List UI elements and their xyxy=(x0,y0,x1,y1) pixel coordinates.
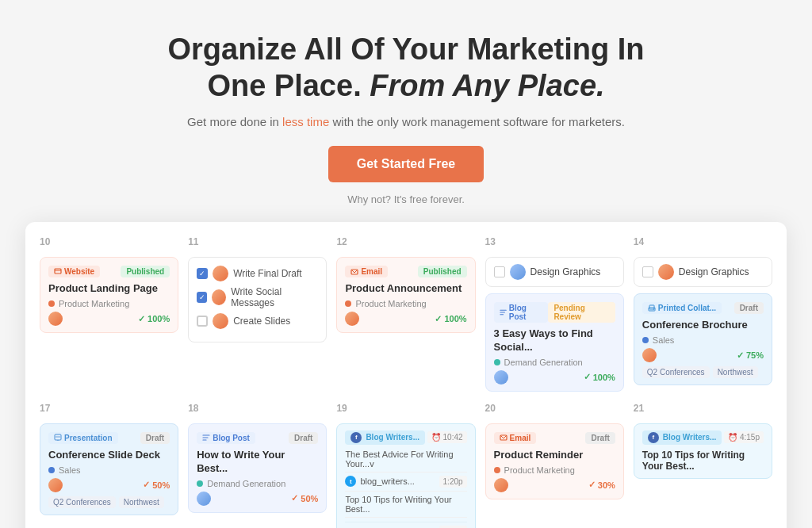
col-17: 17 Presentation Draft Conference Slide D… xyxy=(40,403,178,528)
card-title-6: How to Write Your Best... xyxy=(197,449,318,476)
col-12: 12 Email Published Product Announcement … xyxy=(336,236,475,392)
avatar-checklist-3 xyxy=(213,313,228,329)
avatar-whitney-5 xyxy=(494,478,508,492)
sub-text-3: Top 10 Tips for Writing Your Best... xyxy=(345,495,466,514)
col-19: 19 f Blog Writers... ⏰ 10:42 The Best Ad… xyxy=(336,403,475,528)
avatar-leah-3 xyxy=(197,492,211,506)
avatar-checklist-1 xyxy=(213,266,228,281)
progress-2: ✓ 100% xyxy=(435,314,466,324)
time-4-15p: ⏰ 4:15p xyxy=(724,431,764,443)
card-blog-writers: f Blog Writers... ⏰ 10:42 The Best Advic… xyxy=(336,423,475,528)
col-13: 13 Design Graphics Blog Post Pending Rev… xyxy=(485,236,624,392)
progress-7: ✓ 30% xyxy=(588,480,615,490)
status-draft-2: Draft xyxy=(140,432,170,444)
blog-sub-1: The Best Advice For Writing Your...v xyxy=(345,450,466,473)
progress: ✓ 100% xyxy=(138,314,170,324)
col-num-17: 17 xyxy=(40,403,178,414)
task-title: Design Graphics xyxy=(530,266,601,277)
badge-blogpost-2: Blog Post xyxy=(197,432,255,444)
col-num-11: 11 xyxy=(188,236,327,247)
progress-4: ✓ 75% xyxy=(737,350,764,361)
avatar-whitney-4 xyxy=(48,478,63,492)
card-design-graphics-14: Design Graphics xyxy=(634,257,772,287)
col-21: 21 f Blog Writers... ⏰ 4:15p Top 10 Tips… xyxy=(634,403,772,528)
avatar-whitney-3 xyxy=(642,348,657,362)
progress-6: ✓ 50% xyxy=(291,493,318,503)
category: Product Marketing xyxy=(59,299,129,308)
checklist-text-1: Write Final Draft xyxy=(233,268,301,279)
dot-teal-2 xyxy=(197,480,203,487)
subtext: Get more done in less time with the only… xyxy=(16,115,796,128)
checkbox-task[interactable] xyxy=(494,266,505,277)
tags-2: Q2 Conferences Northwest xyxy=(48,496,170,508)
checkbox-1[interactable]: ✓ xyxy=(197,268,208,279)
tag-nw-2: Northwest xyxy=(119,496,164,508)
checkbox-task-2[interactable] xyxy=(642,266,653,277)
card-title-4: Conference Brochure xyxy=(642,319,764,332)
cta-button[interactable]: Get Started Free xyxy=(328,146,484,182)
status-draft: Draft xyxy=(734,302,764,314)
category-5: Sales xyxy=(59,465,81,475)
avatar-whitney xyxy=(48,312,63,326)
card-how-to-write: Blog Post Draft How to Write Your Best..… xyxy=(188,423,327,513)
checklist-item-2: ✓ Write Social Messages xyxy=(197,286,318,308)
card-product-announcement: Email Published Product Announcement Pro… xyxy=(336,257,475,333)
progress-5: ✓ 50% xyxy=(143,480,170,490)
svg-rect-0 xyxy=(55,269,61,274)
col-20: 20 Email Draft Product Reminder Product … xyxy=(485,403,624,528)
status-draft-3: Draft xyxy=(289,432,318,444)
checklist-text-3: Create Slides xyxy=(233,316,290,327)
col-num-20: 20 xyxy=(485,403,624,414)
avatar-checklist-2 xyxy=(212,289,226,305)
col-num-10: 10 xyxy=(40,236,178,247)
sub-text-1: The Best Advice For Writing Your...v xyxy=(345,450,466,469)
col-18: 18 Blog Post Draft How to Write Your Bes… xyxy=(188,403,327,528)
badge-blogpost: Blog Post xyxy=(494,302,549,323)
sub-text-2: blog_writers... xyxy=(360,476,435,486)
badge-blogwriters: f Blog Writers... xyxy=(345,430,425,445)
card-title-7: Product Reminder xyxy=(494,449,615,462)
checklist-item-1: ✓ Write Final Draft xyxy=(197,266,318,281)
dot-blue-2 xyxy=(48,467,55,473)
fb-icon: f xyxy=(350,432,362,443)
card-blog-3easy: Blog Post Pending Review 3 Easy Ways to … xyxy=(485,293,624,392)
checkbox-3[interactable] xyxy=(197,316,208,327)
checkbox-2[interactable]: ✓ xyxy=(197,292,207,303)
status-published-2: Published xyxy=(418,266,467,277)
status-published: Published xyxy=(121,266,170,277)
card-design-graphics-13: Design Graphics xyxy=(485,257,624,287)
tag-q2-2: Q2 Conferences xyxy=(48,496,116,508)
card-slide-deck: Presentation Draft Conference Slide Deck… xyxy=(40,423,178,515)
board-row-2: 17 Presentation Draft Conference Slide D… xyxy=(40,403,772,528)
badge-presentation: Presentation xyxy=(48,432,118,444)
free-note: Why not? It's free forever. xyxy=(347,193,465,205)
col-14: 14 Design Graphics Printed Collat... Dra… xyxy=(634,236,772,392)
progress-3: ✓ 100% xyxy=(584,372,615,382)
dot-orange-3 xyxy=(494,467,500,473)
col-num-13: 13 xyxy=(485,236,624,247)
category-7: Product Marketing xyxy=(504,465,575,475)
col-11: 11 ✓ Write Final Draft ✓ Write Social Me… xyxy=(188,236,327,392)
card-title-2: Product Announcement xyxy=(345,282,466,296)
card-top10-tips: f Blog Writers... ⏰ 4:15p Top 10 Tips fo… xyxy=(634,423,772,479)
svg-point-5 xyxy=(653,308,654,310)
card-conference-brochure: Printed Collat... Draft Conference Broch… xyxy=(634,293,772,385)
card-title-3: 3 Easy Ways to Find Social... xyxy=(494,327,615,354)
blog-sub-3: Top 10 Tips for Writing Your Best... xyxy=(345,495,466,518)
avatar-leah xyxy=(510,264,526,280)
card-title: Product Landing Page xyxy=(48,282,170,296)
avatar-leah-2 xyxy=(494,370,508,385)
headline: Organize All Of Your Marketing In One Pl… xyxy=(16,32,796,104)
col-num-12: 12 xyxy=(336,236,475,247)
card-product-landing: Website Published Product Landing Page P… xyxy=(40,257,178,333)
badge-email-2: Email xyxy=(494,432,537,444)
board-wrapper: 10 Website Published Product Landing Pag… xyxy=(25,222,787,528)
checklist-card: ✓ Write Final Draft ✓ Write Social Messa… xyxy=(188,257,327,342)
dot-orange xyxy=(48,300,55,307)
col-num-21: 21 xyxy=(634,403,772,414)
tag-q2: Q2 Conferences xyxy=(642,366,710,378)
badge-blogwriters-2: f Blog Writers... xyxy=(642,430,722,445)
category-3: Demand Generation xyxy=(504,358,583,367)
blog-sub-2: t blog_writers... 1:20p xyxy=(345,476,466,492)
task-title-2: Design Graphics xyxy=(679,266,749,277)
